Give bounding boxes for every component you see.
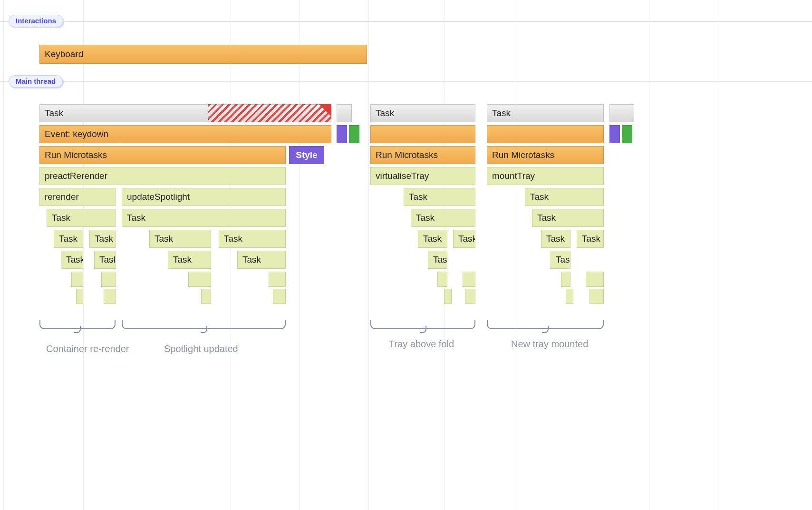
flame-bar-ev3[interactable] [487,125,604,143]
flame-bar-us31[interactable]: Task [149,230,211,248]
flame-bar-rr2[interactable]: Task [47,209,116,227]
flame-bar-t2[interactable]: Task [370,104,475,122]
brace-caption: Spotlight updated [164,343,238,354]
flame-bar-b11[interactable]: Task [404,188,475,206]
flame-bar-b62[interactable] [465,289,475,304]
flame-bar-b52[interactable] [463,272,475,287]
flame-bar-c32[interactable]: Task [577,230,604,248]
flame-bar-us42[interactable]: Task [237,251,286,269]
flame-bar-ev3p[interactable] [609,125,620,143]
track-label-main-thread: Main thread [9,75,63,88]
flame-bar-ev1[interactable]: Event: keydown [39,125,331,143]
flame-bar-c21[interactable]: Task [532,209,604,227]
flame-bar-rr32[interactable]: Task [89,230,116,248]
track-label-interactions: Interactions [9,15,63,27]
brace-caption: Tray above fold [389,339,454,350]
flame-bar-us2[interactable]: Task [122,209,286,227]
flame-bar-c11[interactable]: Task [525,188,604,206]
flame-bar-c51[interactable] [561,272,570,287]
brace-caption: Container re-render [46,343,129,354]
flame-bar-rr31[interactable]: Task [54,230,83,248]
flame-bar-t3g[interactable] [609,104,634,122]
flame-bar-t3[interactable]: Task [487,104,604,122]
interactions-rule [0,21,812,22]
flame-bar-us61[interactable] [201,289,211,304]
brace [39,320,116,329]
flame-bar-ev3g[interactable] [622,125,632,143]
flame-bar-t1[interactable]: Task [39,104,331,122]
brace [370,320,475,329]
brace-caption: New tray mounted [511,339,588,350]
flame-bar-rr[interactable]: rerender [39,188,116,206]
flame-bar-b61[interactable] [444,289,452,304]
flame-bar-rr51[interactable] [71,272,83,287]
flame-bar-us62[interactable] [273,289,286,304]
flame-bar-us41[interactable]: Task [168,251,211,269]
flame-canvas: KeyboardTaskTaskTaskEvent: keydownRun Mi… [0,0,812,510]
flame-bar-us51[interactable] [188,272,211,287]
flame-bar-rm3[interactable]: Run Microtasks [487,146,604,164]
flame-bar-rr41[interactable]: Task [61,251,83,269]
flame-bar-rr42[interactable]: Task [94,251,116,269]
flame-bar-pr[interactable]: preactRerender [39,167,286,185]
flame-bar-rm1[interactable]: Run Microtasks [39,146,286,164]
flame-bar-ev1p[interactable] [337,125,347,143]
flame-bar-b51[interactable] [437,272,447,287]
brace [487,320,604,329]
flame-bar-b41[interactable]: Task [428,251,447,269]
flame-bar-b31[interactable]: Task [418,230,447,248]
flame-bar-c61[interactable] [566,289,573,304]
flame-bar-b21[interactable]: Task [411,209,475,227]
flame-bar-rr62[interactable] [104,289,116,304]
flame-bar-c62[interactable] [590,289,604,304]
flame-bar-us52[interactable] [269,272,286,287]
flame-bar-ev1g[interactable] [349,125,359,143]
flame-bar-vt[interactable]: virtualiseTray [370,167,475,185]
flame-bar-c52[interactable] [586,272,604,287]
flame-bar-b32[interactable]: Task [453,230,475,248]
flame-bar-mt[interactable]: mountTray [487,167,604,185]
flame-bar-c31[interactable]: Task [541,230,570,248]
main-thread-rule [0,81,812,82]
flame-bar-rm2[interactable]: Run Microtasks [370,146,475,164]
flame-bar-sty[interactable]: Style [289,146,324,164]
flame-bar-keyboard[interactable]: Keyboard [39,45,367,64]
flame-bar-us[interactable]: updateSpotlight [122,188,286,206]
flame-bar-t1g[interactable] [337,104,352,122]
flame-bar-c41[interactable]: Task [551,251,570,269]
brace [122,320,286,329]
flame-bar-us32[interactable]: Task [219,230,286,248]
flame-bar-rr52[interactable] [101,272,116,287]
flame-bar-ev2[interactable] [370,125,475,143]
flame-bar-rr61[interactable] [76,289,83,304]
